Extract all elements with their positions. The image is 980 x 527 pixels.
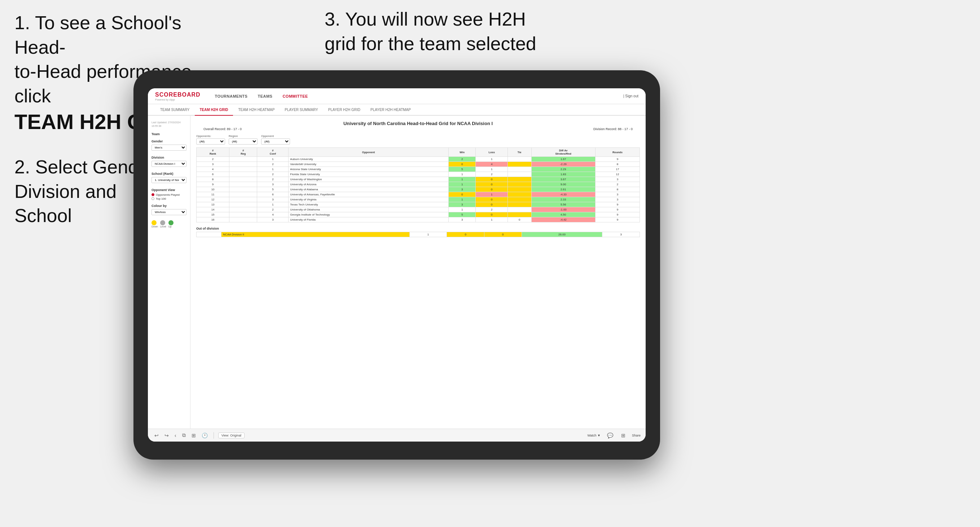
- col-reg: #Reg: [229, 148, 257, 157]
- toolbar-back[interactable]: ‹: [173, 432, 178, 439]
- filter-region-select[interactable]: (All): [229, 138, 258, 144]
- color-legend: Down Level Up: [151, 220, 186, 228]
- table-row: 142University of Oklahoma12-1.009: [197, 207, 640, 212]
- col-diff: Diff AvStrokes/Rnd: [531, 148, 595, 157]
- ood-tie: 0: [484, 232, 522, 237]
- toolbar-clock[interactable]: 🕐: [200, 432, 209, 439]
- filter-region: Region (All): [229, 135, 258, 144]
- filter-opponents-select[interactable]: (All): [196, 138, 225, 144]
- ood-rounds: 3: [602, 232, 640, 237]
- color-dot-down: [151, 220, 156, 225]
- nav-committee[interactable]: COMMITTEE: [282, 94, 308, 98]
- toolbar-redo[interactable]: ↪: [163, 432, 170, 439]
- sub-nav: TEAM SUMMARY TEAM H2H GRID TEAM H2H HEAT…: [148, 104, 646, 116]
- sidebar-division-label: Division: [151, 156, 186, 159]
- sidebar-school-label: School (Rank): [151, 172, 186, 176]
- col-rounds: Rounds: [595, 148, 640, 157]
- toolbar-view[interactable]: View: Original: [218, 433, 245, 438]
- toolbar-divider: [213, 432, 214, 439]
- table-row: 32Vanderbilt University04-2.298: [197, 162, 640, 167]
- sidebar-colour-by-label: Colour by: [151, 204, 186, 208]
- toolbar-layout[interactable]: ⊞: [620, 432, 627, 439]
- table-row: 131Texas Tech University305.569: [197, 202, 640, 207]
- logo-text: SCOREBOARD: [155, 92, 200, 98]
- ood-win: 1: [409, 232, 447, 237]
- main-content: Last Updated: 27/03/2024 16:55:38 Team G…: [148, 116, 646, 429]
- table-row: 154Georgia Institute of Technology504.50…: [197, 212, 640, 217]
- toolbar-undo[interactable]: ↩: [153, 432, 160, 439]
- subnav-player-h2h-heatmap[interactable]: PLAYER H2H HEATMAP: [365, 104, 416, 116]
- toolbar-watch[interactable]: Watch ▼: [587, 433, 601, 437]
- colour-by-select[interactable]: Win/loss: [151, 209, 186, 215]
- filter-opponent: Opponent (All): [261, 135, 290, 144]
- school-select[interactable]: 1. University of Nort...: [151, 177, 186, 183]
- sidebar-timestamp: Last Updated: 27/03/2024 16:55:38: [151, 121, 186, 128]
- gender-select[interactable]: Men's: [151, 144, 186, 151]
- radio-dot-opponents: [151, 193, 154, 196]
- h2h-table: #Rank #Reg #Conf Opponent Win Loss Tie D…: [196, 148, 640, 222]
- table-row: 105University of Alabama302.618: [197, 187, 640, 192]
- filter-opponent-select[interactable]: (All): [261, 138, 290, 144]
- tablet-screen: SCOREBOARD Powered by clippi TOURNAMENTS…: [148, 88, 646, 441]
- division-record: Division Record: 88 - 17 - 0: [593, 127, 633, 131]
- sidebar: Last Updated: 27/03/2024 16:55:38 Team G…: [148, 116, 191, 429]
- col-tie: Tie: [508, 148, 531, 157]
- color-dot-up: [169, 220, 173, 225]
- filter-opponents: Opponents: (All): [196, 135, 225, 144]
- table-row: 116University of Arkansas, Fayetteville0…: [197, 192, 640, 197]
- table-row: 21Auburn University211.679: [197, 157, 640, 162]
- sidebar-team-label: Team: [151, 132, 186, 136]
- ood-loss: 0: [447, 232, 484, 237]
- sidebar-opponent-view-label: Opponent View: [151, 188, 186, 192]
- ood-name: NCAA Division II: [221, 232, 409, 237]
- col-rank: #Rank: [197, 148, 229, 157]
- table-row: 123University of Virginia102.333: [197, 197, 640, 202]
- toolbar-share[interactable]: Share: [632, 433, 641, 437]
- nav-bar: SCOREBOARD Powered by clippi TOURNAMENTS…: [148, 88, 646, 104]
- logo: SCOREBOARD Powered by clippi: [155, 92, 200, 101]
- division-select[interactable]: NCAA Division I: [151, 161, 186, 167]
- nav-tournaments[interactable]: TOURNAMENTS: [215, 94, 248, 98]
- subnav-player-h2h-grid[interactable]: PLAYER H2H GRID: [323, 104, 365, 116]
- sign-out-link[interactable]: | Sign out: [623, 94, 638, 98]
- toolbar-copy[interactable]: ⧉: [181, 432, 187, 439]
- subnav-team-h2h-grid[interactable]: TEAM H2H GRID: [195, 104, 233, 116]
- table-row: 62Florida State University121.8312: [197, 172, 640, 177]
- logo-subtext: Powered by clippi: [155, 98, 200, 101]
- subnav-player-summary[interactable]: PLAYER SUMMARY: [280, 104, 323, 116]
- out-of-division-table: NCAA Division II 1 0 0 26.00 3: [196, 232, 640, 237]
- bottom-toolbar: ↩ ↪ ‹ ⧉ ⊞ 🕐 View: Original Watch ▼ 💬 ⊞ S…: [148, 429, 646, 441]
- sidebar-gender-label: Gender: [151, 140, 186, 143]
- nav-items: TOURNAMENTS TEAMS COMMITTEE: [215, 94, 308, 98]
- radio-dot-top100: [151, 197, 154, 200]
- instruction-step3: 3. You will now see H2H grid for the tea…: [325, 7, 536, 56]
- col-opponent: Opponent: [288, 148, 449, 157]
- col-loss: Loss: [476, 148, 508, 157]
- grid-title: University of North Carolina Head-to-Hea…: [196, 121, 640, 126]
- col-win: Win: [448, 148, 476, 157]
- overall-record: Overall Record: 89 - 17 - 0: [204, 127, 242, 131]
- tablet-device: SCOREBOARD Powered by clippi TOURNAMENTS…: [134, 70, 660, 460]
- table-row: 93University of Arizona109.002: [197, 182, 640, 187]
- table-row: 41Arizona State University512.2917: [197, 167, 640, 172]
- table-header-row: #Rank #Reg #Conf Opponent Win Loss Tie D…: [197, 148, 640, 157]
- table-row: 163University of Florida310-4.429: [197, 217, 640, 222]
- filters-row: Opponents: (All) Region (All) Opponent: [196, 135, 640, 144]
- out-of-division-row: NCAA Division II 1 0 0 26.00 3: [197, 232, 640, 237]
- color-dot-level: [160, 220, 165, 225]
- radio-top100[interactable]: Top 100: [151, 197, 186, 200]
- col-conf: #Conf: [257, 148, 288, 157]
- subnav-team-summary[interactable]: TEAM SUMMARY: [155, 104, 195, 116]
- radio-opponents-played[interactable]: Opponents Played: [151, 193, 186, 197]
- toolbar-comment[interactable]: 💬: [606, 432, 615, 439]
- table-row: 82University of Washington103.673: [197, 177, 640, 182]
- ood-diff: 26.00: [522, 232, 602, 237]
- records-row: Overall Record: 89 - 17 - 0 Division Rec…: [196, 127, 640, 131]
- out-of-division-section: Out of division NCAA Division II 1 0 0 2…: [196, 227, 640, 237]
- opponent-view-options: Opponents Played Top 100: [151, 193, 186, 200]
- toolbar-grid[interactable]: ⊞: [190, 432, 197, 439]
- data-area: University of North Carolina Head-to-Hea…: [191, 116, 646, 429]
- subnav-team-h2h-heatmap[interactable]: TEAM H2H HEATMAP: [233, 104, 280, 116]
- nav-teams[interactable]: TEAMS: [258, 94, 272, 98]
